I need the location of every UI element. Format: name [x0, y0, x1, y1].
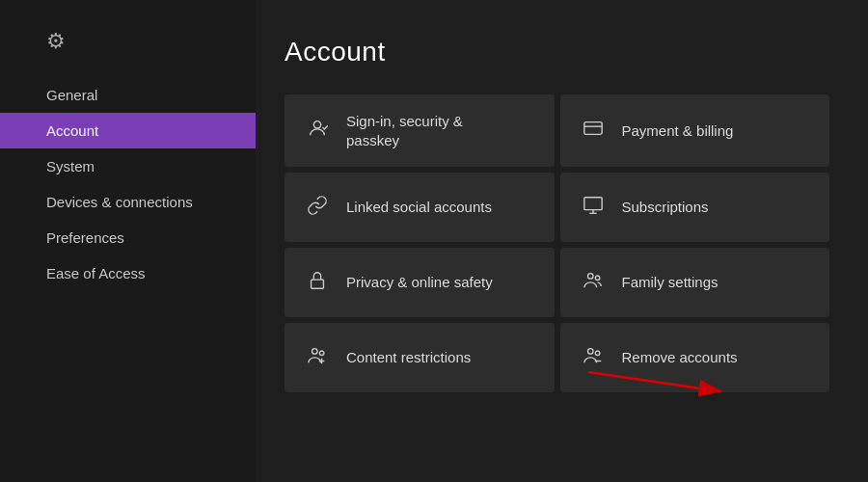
grid-item-content[interactable]: Content restrictions	[285, 323, 555, 392]
grid-item-subscriptions[interactable]: Subscriptions	[560, 173, 830, 242]
signin-icon	[304, 118, 331, 144]
settings-grid: Sign-in, security & passkeyPayment & bil…	[285, 94, 829, 392]
svg-point-9	[312, 348, 318, 354]
grid-wrapper: Sign-in, security & passkeyPayment & bil…	[285, 94, 829, 392]
grid-item-privacy[interactable]: Privacy & online safety	[285, 248, 555, 317]
grid-item-payment[interactable]: Payment & billing	[560, 94, 830, 167]
sidebar-item-general[interactable]: General	[0, 77, 256, 113]
family-icon	[580, 270, 607, 296]
svg-point-14	[595, 350, 600, 355]
privacy-label: Privacy & online safety	[346, 273, 493, 292]
sidebar: ⚙ GeneralAccountSystemDevices & connecti…	[0, 0, 256, 482]
remove-label: Remove accounts	[622, 348, 738, 367]
linked-icon	[304, 195, 331, 221]
grid-item-remove[interactable]: Remove accounts	[560, 323, 830, 392]
grid-item-linked[interactable]: Linked social accounts	[285, 173, 555, 242]
content-label: Content restrictions	[346, 348, 471, 367]
sidebar-item-system[interactable]: System	[0, 148, 256, 184]
signin-label: Sign-in, security & passkey	[346, 112, 463, 149]
content-icon	[304, 345, 331, 371]
sidebar-item-preferences[interactable]: Preferences	[0, 220, 256, 255]
grid-item-family[interactable]: Family settings	[560, 248, 830, 317]
sidebar-item-ease[interactable]: Ease of Access	[0, 255, 256, 291]
svg-rect-6	[312, 280, 324, 288]
svg-point-10	[319, 350, 324, 355]
payment-icon	[580, 118, 607, 144]
page-title: Account	[285, 37, 829, 67]
svg-point-13	[587, 348, 593, 354]
grid-item-signin[interactable]: Sign-in, security & passkey	[285, 94, 555, 167]
svg-point-0	[313, 121, 320, 128]
svg-rect-1	[583, 122, 601, 135]
svg-point-7	[587, 273, 593, 279]
family-label: Family settings	[622, 273, 719, 292]
remove-icon	[580, 345, 607, 371]
privacy-icon	[304, 270, 331, 296]
gear-icon: ⚙	[0, 29, 256, 77]
svg-rect-3	[583, 197, 601, 209]
main-content: Account Sign-in, security & passkeyPayme…	[256, 0, 868, 482]
linked-label: Linked social accounts	[346, 198, 492, 217]
subscriptions-icon	[580, 195, 607, 221]
sidebar-item-devices[interactable]: Devices & connections	[0, 184, 256, 220]
sidebar-nav: GeneralAccountSystemDevices & connection…	[0, 77, 256, 291]
subscriptions-label: Subscriptions	[622, 198, 709, 217]
sidebar-item-account[interactable]: Account	[0, 113, 256, 148]
svg-point-8	[595, 275, 600, 280]
payment-label: Payment & billing	[622, 121, 734, 141]
